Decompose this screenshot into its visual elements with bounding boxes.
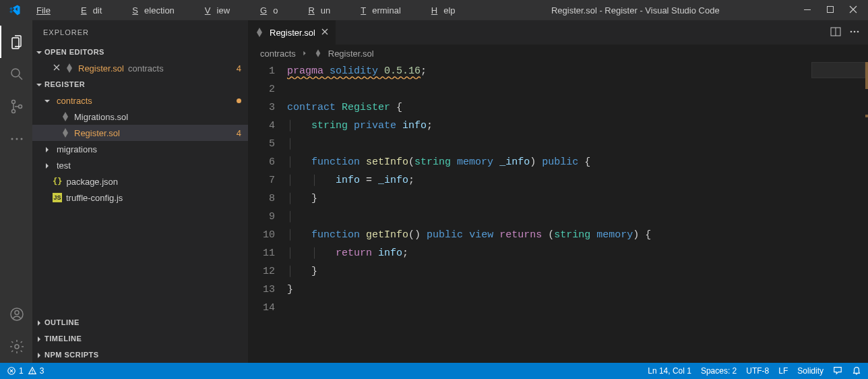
tab-label: Register.sol bbox=[270, 28, 315, 38]
breadcrumbs[interactable]: contracts Register.sol bbox=[248, 45, 868, 62]
outline-section[interactable]: OUTLINE bbox=[32, 314, 248, 330]
svg-point-15 bbox=[854, 30, 856, 32]
svg-point-5 bbox=[19, 105, 22, 109]
solidity-file-icon bbox=[61, 112, 70, 121]
chevron-down-icon bbox=[35, 80, 44, 88]
chevron-right-icon bbox=[35, 334, 44, 343]
activity-search[interactable] bbox=[0, 58, 32, 90]
modified-dot-icon bbox=[237, 98, 241, 103]
svg-point-8 bbox=[21, 138, 23, 140]
solidity-file-icon bbox=[61, 128, 70, 138]
problems-badge: 4 bbox=[237, 63, 241, 74]
open-editors-section[interactable]: OPEN EDITORS bbox=[32, 44, 248, 60]
menu-view[interactable]: View bbox=[187, 5, 242, 16]
chevron-right-icon bbox=[35, 318, 44, 326]
svg-point-11 bbox=[15, 345, 19, 349]
menu-go[interactable]: Go bbox=[242, 5, 290, 16]
notifications-icon[interactable] bbox=[852, 366, 861, 377]
problems-badge: 4 bbox=[237, 128, 241, 138]
svg-point-4 bbox=[12, 110, 16, 113]
open-editor-file[interactable]: Register.sol contracts 4 bbox=[32, 60, 248, 76]
file-register-sol[interactable]: Register.sol 4 bbox=[32, 125, 248, 141]
activity-accounts[interactable] bbox=[0, 298, 32, 330]
folder-contracts[interactable]: contracts bbox=[32, 92, 248, 109]
chevron-right-icon bbox=[43, 161, 53, 171]
svg-point-7 bbox=[16, 138, 18, 140]
svg-rect-12 bbox=[831, 28, 840, 36]
language-mode[interactable]: Solidity bbox=[797, 366, 824, 376]
menu-selection[interactable]: Selection bbox=[114, 5, 186, 16]
menu-run[interactable]: Run bbox=[290, 5, 342, 16]
menu-file[interactable]: File bbox=[24, 5, 63, 16]
activity-source-control[interactable] bbox=[0, 90, 32, 123]
chevron-down-icon bbox=[35, 47, 44, 56]
cursor-position[interactable]: Ln 14, Col 1 bbox=[648, 366, 691, 376]
svg-point-6 bbox=[11, 138, 13, 140]
chevron-right-icon bbox=[301, 49, 308, 59]
solidity-file-icon bbox=[255, 28, 264, 37]
breadcrumb-file[interactable]: Register.sol bbox=[328, 49, 374, 59]
warnings-status[interactable]: 3 bbox=[28, 366, 44, 376]
vscode-logo-icon bbox=[5, 4, 24, 16]
file-truffle-config[interactable]: JS truffle-config.js bbox=[32, 190, 248, 206]
file-migrations-sol[interactable]: Migrations.sol bbox=[32, 109, 248, 125]
js-file-icon: JS bbox=[53, 193, 62, 202]
close-button[interactable] bbox=[849, 5, 857, 16]
close-icon[interactable] bbox=[53, 63, 61, 74]
minimap[interactable] bbox=[811, 62, 865, 78]
folder-migrations[interactable]: migrations bbox=[32, 141, 248, 157]
menu-edit[interactable]: Edit bbox=[63, 5, 114, 16]
open-editor-dir: contracts bbox=[128, 63, 164, 74]
chevron-right-icon bbox=[35, 350, 44, 359]
maximize-button[interactable] bbox=[826, 5, 834, 16]
error-icon bbox=[7, 366, 16, 376]
explorer-title: EXPLORER bbox=[32, 20, 248, 44]
npm-scripts-section[interactable]: NPM SCRIPTS bbox=[32, 347, 248, 363]
svg-point-9 bbox=[11, 308, 23, 320]
code-editor[interactable]: 1234 5678 9101112 1314 pragma solidity 0… bbox=[248, 62, 868, 363]
editor-tab-register[interactable]: Register.sol bbox=[248, 20, 336, 45]
svg-point-19 bbox=[32, 372, 32, 373]
svg-point-3 bbox=[12, 100, 16, 104]
svg-point-14 bbox=[850, 30, 852, 32]
overview-ruler bbox=[865, 115, 868, 117]
json-file-icon: {} bbox=[53, 177, 62, 186]
activity-more[interactable] bbox=[0, 123, 32, 155]
svg-point-10 bbox=[15, 311, 19, 315]
line-number-gutter: 1234 5678 9101112 1314 bbox=[248, 62, 287, 363]
file-package-json[interactable]: {} package.json bbox=[32, 173, 248, 190]
activity-settings[interactable] bbox=[0, 330, 32, 363]
solidity-file-icon bbox=[313, 49, 323, 58]
close-tab-icon[interactable] bbox=[321, 28, 329, 38]
svg-rect-0 bbox=[804, 9, 811, 10]
errors-status[interactable]: 1 bbox=[7, 366, 24, 376]
breadcrumb-folder[interactable]: contracts bbox=[260, 49, 296, 59]
open-editor-filename: Register.sol bbox=[78, 63, 124, 74]
svg-point-16 bbox=[857, 30, 859, 32]
feedback-icon[interactable] bbox=[833, 366, 842, 377]
minimize-button[interactable] bbox=[803, 5, 811, 16]
window-title: Register.sol - Register - Visual Studio … bbox=[468, 5, 803, 16]
indentation-status[interactable]: Spaces: 2 bbox=[701, 366, 737, 376]
encoding-status[interactable]: UTF-8 bbox=[746, 366, 769, 376]
eol-status[interactable]: LF bbox=[778, 366, 788, 376]
solidity-file-icon bbox=[65, 63, 74, 73]
timeline-section[interactable]: TIMELINE bbox=[32, 330, 248, 347]
svg-point-17 bbox=[8, 368, 16, 375]
folder-test[interactable]: test bbox=[32, 157, 248, 173]
menu-help[interactable]: Help bbox=[413, 5, 468, 16]
project-section[interactable]: REGISTER bbox=[32, 76, 248, 92]
more-actions-icon[interactable] bbox=[849, 26, 860, 39]
svg-point-2 bbox=[11, 69, 20, 77]
warning-icon bbox=[28, 366, 37, 376]
chevron-down-icon bbox=[43, 96, 53, 106]
activity-explorer[interactable] bbox=[0, 26, 32, 58]
svg-rect-1 bbox=[828, 6, 834, 12]
chevron-right-icon bbox=[43, 144, 53, 154]
menu-terminal[interactable]: Terminal bbox=[342, 5, 413, 16]
overview-ruler bbox=[865, 62, 868, 89]
split-editor-icon[interactable] bbox=[830, 26, 841, 39]
